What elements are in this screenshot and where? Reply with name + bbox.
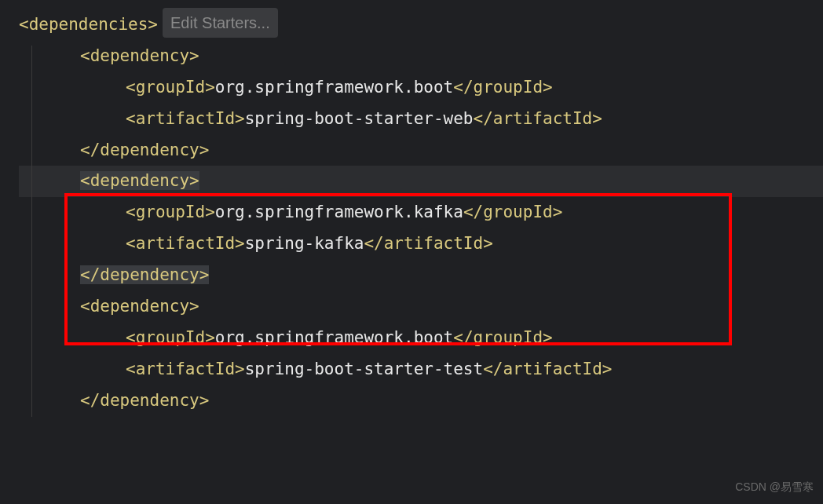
xml-tag: <dependency> — [80, 46, 199, 65]
xml-tag: <groupId> — [126, 78, 215, 97]
code-line[interactable]: <artifactId>spring-boot-starter-web</art… — [19, 104, 823, 135]
xml-tag: </artifactId> — [364, 234, 492, 253]
edit-starters-button[interactable]: Edit Starters... — [163, 8, 278, 38]
code-line[interactable]: <artifactId>spring-kafka</artifactId> — [19, 228, 823, 260]
code-line[interactable]: </dependency> — [19, 385, 823, 417]
code-line[interactable]: <groupId>org.springframework.boot</group… — [19, 323, 823, 354]
xml-tag: <dependency> — [80, 297, 199, 316]
code-line[interactable]: <dependency> — [19, 166, 823, 197]
code-line[interactable]: <dependency> — [19, 41, 823, 72]
xml-tag: </dependency> — [80, 391, 209, 410]
xml-text: spring-kafka — [245, 234, 364, 253]
xml-tag: </artifactId> — [483, 360, 612, 378]
xml-tag: <groupId> — [126, 203, 215, 221]
xml-text: spring-boot-starter-web — [245, 109, 474, 128]
xml-text: org.springframework.boot — [215, 78, 453, 97]
xml-text: org.springframework.kafka — [215, 203, 463, 221]
code-editor[interactable]: <dependencies>Edit Starters... <dependen… — [0, 8, 823, 417]
code-line[interactable]: <groupId>org.springframework.boot</group… — [19, 72, 823, 104]
code-line[interactable]: </dependency> — [19, 135, 823, 166]
xml-tag: </groupId> — [463, 203, 562, 221]
xml-tag: <groupId> — [126, 328, 215, 347]
xml-tag: <artifactId> — [126, 360, 245, 378]
xml-tag: </groupId> — [453, 328, 552, 347]
xml-tag: </dependency> — [80, 265, 209, 284]
watermark: CSDN @易雪寒 — [735, 477, 814, 498]
xml-tag: </dependency> — [80, 141, 209, 159]
xml-tag: <artifactId> — [126, 109, 245, 128]
xml-text: spring-boot-starter-test — [245, 360, 483, 378]
code-line[interactable]: <dependencies>Edit Starters... — [19, 8, 823, 41]
xml-text: org.springframework.boot — [215, 328, 453, 347]
code-line[interactable]: <dependency> — [19, 291, 823, 323]
code-line[interactable]: <artifactId>spring-boot-starter-test</ar… — [19, 354, 823, 385]
code-line[interactable]: <groupId>org.springframework.kafka</grou… — [19, 197, 823, 228]
code-line[interactable]: </dependency> — [19, 260, 823, 291]
xml-tag: <dependency> — [80, 171, 199, 190]
xml-tag: </groupId> — [453, 78, 552, 97]
xml-tag: <dependencies> — [19, 15, 158, 34]
xml-tag: <artifactId> — [126, 234, 245, 253]
xml-tag: </artifactId> — [474, 109, 602, 128]
